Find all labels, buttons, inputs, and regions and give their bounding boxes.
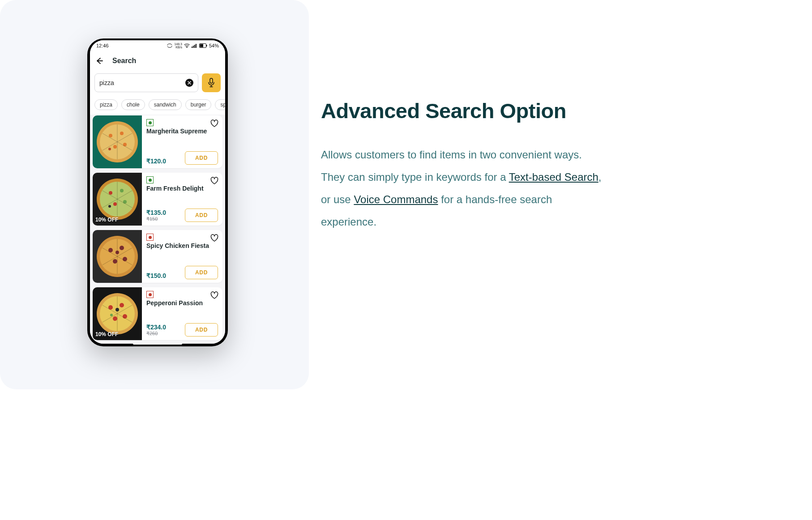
data-rate: 148.3 KB/s	[174, 43, 182, 49]
search-value: pizza	[99, 79, 185, 86]
add-button[interactable]: ADD	[185, 323, 218, 337]
item-original-price: ₹260	[146, 331, 166, 337]
result-card[interactable]: 10% OFF Farm Fresh Delight ₹135.0 ₹150 A…	[93, 173, 222, 226]
result-card[interactable]: Spicy Chicken Fiesta ₹150.0 ADD	[93, 230, 222, 283]
microphone-icon	[207, 78, 215, 88]
status-bar: 12:46 148.3 KB/s 54%	[90, 40, 225, 51]
svg-rect-7	[206, 45, 207, 47]
svg-point-38	[113, 316, 117, 321]
chip-spicy[interactable]: spicy	[215, 99, 225, 110]
volte-icon	[167, 43, 172, 48]
favorite-button[interactable]	[210, 176, 219, 185]
item-name: Margherita Supreme	[146, 128, 218, 135]
item-name: Spicy Chicken Fiesta	[146, 242, 218, 249]
add-button[interactable]: ADD	[185, 209, 218, 222]
battery-percent: 54%	[209, 43, 219, 48]
veg-indicator	[146, 176, 154, 183]
voice-search-button[interactable]	[202, 73, 221, 92]
svg-rect-3	[194, 45, 195, 48]
add-button[interactable]: ADD	[185, 151, 218, 165]
wifi-icon	[184, 43, 190, 48]
item-name: Pepperoni Passion	[146, 299, 218, 307]
feature-copy: Advanced Search Option Allows customers …	[321, 98, 607, 233]
feature-body: Allows customers to find items in two co…	[321, 144, 607, 233]
chip-burger[interactable]: burger	[185, 99, 212, 110]
status-right-cluster: 148.3 KB/s 54%	[167, 43, 219, 49]
add-button[interactable]: ADD	[185, 266, 218, 279]
search-input[interactable]: pizza	[94, 73, 198, 92]
svg-point-23	[123, 200, 127, 204]
device-screen: 12:46 148.3 KB/s 54% Se	[90, 40, 225, 344]
suggestion-chips: pizza chole sandwich burger spicy p	[90, 97, 225, 115]
svg-rect-1	[192, 47, 192, 48]
nonveg-indicator	[146, 291, 154, 298]
item-thumbnail	[93, 115, 142, 168]
home-indicator[interactable]	[133, 343, 182, 345]
svg-rect-6	[200, 44, 203, 47]
svg-point-12	[109, 134, 112, 137]
page-title: Search	[112, 57, 136, 65]
svg-point-41	[110, 314, 113, 316]
svg-point-30	[113, 259, 117, 264]
svg-rect-8	[210, 78, 213, 83]
search-results[interactable]: Margherita Supreme ₹120.0 ADD 10% OFF Fa…	[90, 115, 225, 344]
svg-point-16	[108, 148, 111, 150]
card-body: Pepperoni Passion ₹234.0 ₹260 ADD	[142, 287, 222, 340]
card-body: Margherita Supreme ₹120.0 ADD	[142, 115, 222, 168]
favorite-button[interactable]	[210, 291, 219, 300]
feature-panel: 12:46 148.3 KB/s 54% Se	[0, 0, 309, 389]
item-name: Farm Fresh Delight	[146, 185, 218, 192]
clear-search-button[interactable]	[185, 79, 193, 87]
back-button[interactable]	[94, 56, 104, 66]
link-text-search: Text-based Search	[509, 171, 598, 183]
heart-icon	[210, 119, 219, 128]
item-price: ₹234.0	[146, 324, 166, 331]
chip-chole[interactable]: chole	[121, 99, 145, 110]
svg-point-13	[120, 132, 124, 135]
status-time: 12:46	[96, 43, 109, 48]
svg-point-20	[109, 191, 112, 195]
signal-icon	[192, 43, 197, 48]
svg-point-24	[108, 205, 111, 208]
svg-point-15	[123, 143, 127, 146]
chip-sandwich[interactable]: sandwich	[149, 99, 182, 110]
item-price: ₹150.0	[146, 272, 166, 279]
heart-icon	[210, 176, 219, 185]
device-frame: 12:46 148.3 KB/s 54% Se	[87, 38, 228, 346]
svg-point-22	[113, 202, 117, 206]
result-card[interactable]: Margherita Supreme ₹120.0 ADD	[93, 115, 222, 168]
svg-point-21	[120, 189, 124, 192]
feature-heading: Advanced Search Option	[321, 98, 607, 123]
favorite-button[interactable]	[210, 119, 219, 128]
app-header: Search	[90, 51, 225, 71]
offer-badge: 10% OFF	[95, 217, 118, 223]
item-thumbnail: 10% OFF	[93, 173, 142, 226]
result-card[interactable]: 10% OFF Pepperoni Passion ₹234.0 ₹260 AD…	[93, 287, 222, 340]
item-original-price: ₹150	[146, 216, 166, 222]
veg-indicator	[146, 119, 154, 126]
item-price: ₹135.0	[146, 209, 166, 216]
heart-icon	[210, 234, 219, 243]
item-price: ₹120.0	[146, 158, 166, 165]
card-body: Spicy Chicken Fiesta ₹150.0 ADD	[142, 230, 222, 283]
heart-icon	[210, 291, 219, 300]
close-icon	[187, 81, 192, 85]
link-voice-commands: Voice Commands	[354, 193, 438, 205]
svg-rect-2	[193, 46, 194, 48]
item-thumbnail	[93, 230, 142, 283]
item-thumbnail: 10% OFF	[93, 287, 142, 340]
svg-rect-4	[196, 44, 197, 48]
battery-icon	[199, 43, 207, 48]
arrow-left-icon	[95, 57, 103, 65]
chip-pizza[interactable]: pizza	[94, 99, 118, 110]
svg-point-37	[120, 303, 124, 307]
svg-point-0	[187, 47, 188, 48]
nonveg-indicator	[146, 234, 154, 241]
svg-point-29	[120, 246, 124, 250]
card-body: Farm Fresh Delight ₹135.0 ₹150 ADD	[142, 173, 222, 226]
offer-badge: 10% OFF	[95, 331, 118, 337]
favorite-button[interactable]	[210, 234, 219, 243]
search-row: pizza	[90, 71, 225, 97]
svg-point-14	[113, 145, 117, 149]
